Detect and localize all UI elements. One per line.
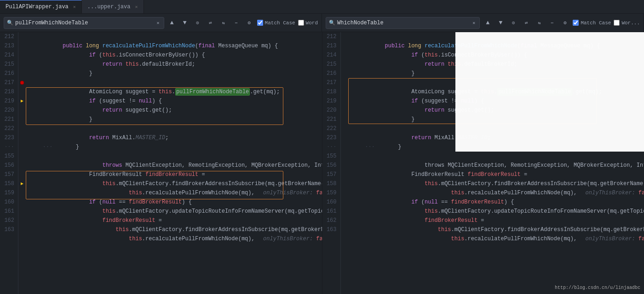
- tab-left-close[interactable]: ✕: [73, 4, 76, 10]
- match-case-text-right: Match Case: [581, 20, 611, 26]
- word-checkbox-left[interactable]: [298, 20, 304, 26]
- code-line-155: throws MQClientException, RemotingExcept…: [29, 152, 322, 161]
- search-icon-left: 🔍: [7, 20, 13, 26]
- code-lines-left: public long recalculatePullFromWhichNode…: [26, 32, 322, 294]
- line-numbers-right: 212 213 214 215 216 217 218 219 220 221 …: [322, 32, 341, 294]
- gutter-left: [18, 32, 26, 294]
- filter-left[interactable]: ⚙: [244, 18, 254, 28]
- next-result-left[interactable]: ▼: [180, 18, 190, 28]
- prev-result-left[interactable]: ▲: [167, 18, 177, 28]
- gutter-right: [341, 32, 348, 294]
- match-case-label-right[interactable]: Match Case: [573, 20, 611, 26]
- word-checkbox-right[interactable]: [614, 20, 620, 26]
- multiline-left[interactable]: ⇌: [206, 18, 216, 28]
- code-area-left: 212 213 214 215 216 217 218 219 220 221 …: [0, 32, 322, 294]
- match-case-label-left[interactable]: Match Case: [257, 20, 295, 26]
- multiline3-left[interactable]: ⋯: [231, 18, 242, 28]
- word-label-right[interactable]: Wor...: [614, 20, 640, 26]
- breakpoint-icon: [20, 80, 24, 85]
- search-panel-right: 🔍 ✕ ▲ ▼ ⊙ ⇌ ⇆ ⋯ ⚙ Match Case Wor...: [322, 14, 644, 32]
- multiline2-right[interactable]: ⇆: [534, 18, 544, 28]
- code-panel-left: 212 213 214 215 216 217 218 219 220 221 …: [0, 32, 322, 294]
- search-input-left[interactable]: [15, 20, 154, 26]
- search-panel-left: 🔍 ✕ ▲ ▼ ⊙ ⇌ ⇆ ⋯ ⚙ Match Case Word: [0, 14, 322, 32]
- multiline-right[interactable]: ⇌: [521, 18, 531, 28]
- find-all-right[interactable]: ⊙: [508, 18, 518, 28]
- word-text-left: Word: [306, 20, 318, 26]
- prev-result-right[interactable]: ▲: [483, 18, 493, 28]
- next-result-right[interactable]: ▼: [495, 18, 506, 28]
- code-line-222: return MixAll.MASTER_ID;: [29, 124, 322, 133]
- word-text-right: Wor...: [621, 20, 640, 26]
- word-label-left[interactable]: Word: [298, 20, 318, 26]
- tab-right[interactable]: ...upper.java ✕: [82, 0, 144, 13]
- find-all-left[interactable]: ⊙: [193, 18, 203, 28]
- right-code-line-155: throws MQClientException, RemotingExcept…: [352, 152, 644, 161]
- clear-search-right[interactable]: ✕: [471, 19, 477, 27]
- clear-search-left[interactable]: ✕: [155, 19, 161, 27]
- match-case-text-left: Match Case: [265, 20, 295, 26]
- svg-marker-1: [21, 100, 23, 102]
- main-content: 212 213 214 215 216 217 218 219 220 221 …: [0, 32, 644, 294]
- multiline3-right[interactable]: ⋯: [547, 18, 557, 28]
- tab-left[interactable]: PullAPIWrapper.java ✕: [0, 0, 82, 13]
- search-input-wrap-right[interactable]: 🔍 ✕: [326, 17, 480, 29]
- search-icon-right: 🔍: [329, 20, 335, 26]
- watermark: http://blog.csdn.cn/u/linjaadbc: [555, 285, 640, 290]
- white-overlay: [455, 32, 644, 152]
- code-line-217: AtomicLong suggest = this.pullFromWhichN…: [29, 78, 322, 87]
- line-numbers-left: 212 213 214 215 216 217 218 219 220 221 …: [0, 32, 18, 294]
- search-input-right[interactable]: [337, 20, 469, 26]
- search-input-wrap-left[interactable]: 🔍 ✕: [4, 17, 164, 29]
- match-case-checkbox-right[interactable]: [573, 20, 579, 26]
- tab-right-close[interactable]: ✕: [135, 4, 138, 10]
- tab-left-label: PullAPIWrapper.java: [6, 4, 69, 10]
- filter-right[interactable]: ⚙: [560, 18, 570, 28]
- search-bars: 🔍 ✕ ▲ ▼ ⊙ ⇌ ⇆ ⋯ ⚙ Match Case Word 🔍 ✕ ▲ …: [0, 14, 644, 32]
- code-panel-right: 212 213 214 215 216 217 218 219 220 221 …: [322, 32, 644, 294]
- match-case-checkbox-left[interactable]: [257, 20, 263, 26]
- arrow-icon-2: [20, 181, 24, 186]
- tab-bar: PullAPIWrapper.java ✕ ...upper.java ✕: [0, 0, 644, 14]
- tab-right-label: ...upper.java: [87, 4, 131, 10]
- code-line-212: public long recalculatePullFromWhichNode…: [29, 32, 322, 41]
- svg-marker-2: [21, 182, 23, 185]
- svg-point-0: [20, 81, 24, 85]
- multiline2-left[interactable]: ⇆: [218, 18, 229, 28]
- arrow-icon: [20, 99, 24, 103]
